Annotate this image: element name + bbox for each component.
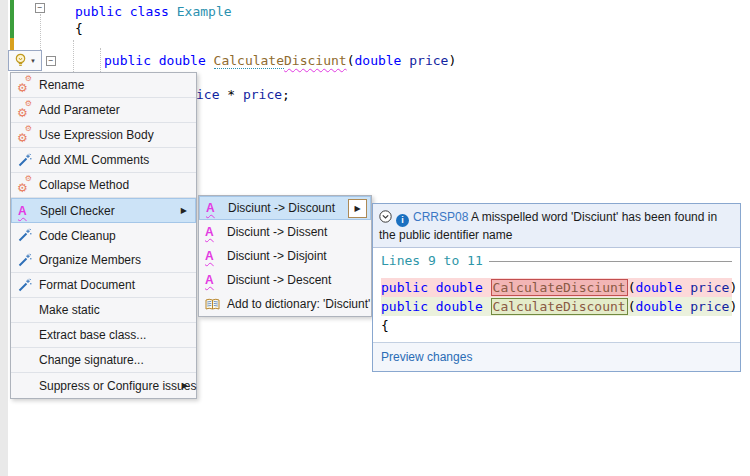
menu-item-label: Suppress or Configure issues [39,379,196,393]
menu-item-label: Organize Members [39,253,141,267]
outline-guide [40,14,41,50]
menu-item-label: Make static [39,303,100,317]
menu-item-spell-checker[interactable]: A Spell Checker ▶ [11,198,196,223]
paren-token: ) [448,53,456,68]
class-name-token: Example [177,4,232,19]
expander-button[interactable]: ▶ [348,199,367,218]
keyword-tokens: public class [75,4,177,19]
menu-item-make-static[interactable]: Make static [11,298,196,323]
submenu-item-label: Disciunt -> Descent [227,273,331,287]
menu-item-extract-base-class[interactable]: Extract base class... [11,323,196,348]
preview-footer: Preview changes [373,342,740,371]
lines-range-label: Lines 9 to 11 [381,253,483,268]
diff-added-line: public double CalculateDiscount(double p… [381,297,732,316]
spell-check-icon: A [205,249,214,263]
submenu-item-label: Disciunt -> Dissent [227,225,327,239]
menu-item-label: Add Parameter [39,103,120,117]
paren-token: ) [729,280,737,295]
menu-item-change-signature[interactable]: Change signature... [11,348,196,373]
paren-token: ) [729,299,737,314]
wand-icon [17,228,32,243]
collapse-chevron-icon[interactable] [379,210,392,223]
menu-item-label: Code Cleanup [39,229,116,243]
menu-item-code-cleanup[interactable]: Code Cleanup [11,223,196,248]
submenu-item-dissent[interactable]: A Disciunt -> Dissent [199,220,371,244]
menu-item-label: Format Document [39,278,135,292]
wand-icon [17,253,32,268]
menu-item-label: Rename [39,78,84,92]
fold-box-method[interactable]: − [46,56,56,66]
issue-preview-panel: iCRRSP08 A misspelled word 'Disciunt' ha… [372,203,741,372]
spell-check-icon: A [205,225,214,239]
param-token: price [409,53,448,68]
menu-item-label: Add XML Comments [39,153,149,167]
keyword-tokens: public double [104,53,214,68]
preview-body: Lines 9 to 11 public double CalculateDis… [373,248,740,342]
divider-rule [489,261,732,262]
code-line-method-decl: public double CalculateDisciunt(double p… [104,53,456,68]
misspelled-token: Disciunt [284,53,347,68]
change-bar-saved [10,0,14,38]
issue-header: iCRRSP08 A misspelled word 'Disciunt' ha… [373,204,740,248]
removed-identifier: CalculateDisciunt [491,279,628,296]
menu-item-format-document[interactable]: Format Document [11,273,196,298]
submenu-arrow-icon: ▶ [182,381,188,390]
identifier-token: ice [196,87,219,102]
submenu-item-discount[interactable]: A Disciunt -> Discount ▶ [199,196,371,220]
lightbulb-button[interactable]: ▼ [8,50,42,71]
identifier-token: price [243,87,282,102]
menu-item-add-xml-comments[interactable]: Add XML Comments [11,148,196,173]
submenu-arrow-icon: ▶ [181,206,187,215]
menu-item-add-parameter[interactable]: ⚙⚙ Add Parameter [11,98,196,123]
diff-brace-line: { [381,316,732,335]
menu-item-label: Spell Checker [40,204,115,218]
menu-item-label: Use Expression Body [39,128,154,142]
menu-item-label: Collapse Method [39,178,129,192]
indent-guide [100,48,101,72]
info-icon: i [396,214,409,227]
menu-item-use-expression-body[interactable]: ⚙⚙ Use Expression Body [11,123,196,148]
code-line-open-brace: { [75,21,83,36]
submenu-item-add-to-dictionary[interactable]: Add to dictionary: 'Disciunt' [199,292,371,316]
menu-item-collapse-method[interactable]: ⚙⚙ Collapse Method [11,173,196,198]
dictionary-book-icon [205,298,220,311]
vs-editor-screenshot: − − public class Example { public double… [0,0,750,476]
gear-icon: ⚙⚙ [17,127,33,143]
keyword-tokens: public double [381,280,491,295]
keyword-tokens: double [354,53,409,68]
wand-icon [17,278,32,293]
submenu-item-descent[interactable]: A Disciunt -> Descent [199,268,371,292]
code-line-class-decl: public class Example [75,4,232,19]
code-line-return-fragment: ice * price; [196,87,290,102]
keyword-tokens: double [635,299,690,314]
gear-icon: ⚙⚙ [17,177,33,193]
menu-item-rename[interactable]: ⚙⚙ Rename [11,73,196,98]
menu-item-label: Extract base class... [39,328,146,342]
indent-guide [73,40,74,72]
param-token: price [690,299,729,314]
menu-item-suppress-or-configure[interactable]: Suppress or Configure issues ▶ [11,373,196,398]
dropdown-caret-icon: ▼ [30,58,36,64]
spell-check-icon: A [18,204,27,218]
diff-removed-line: public double CalculateDisciunt(double p… [381,278,732,297]
method-name-token: Calculate [214,53,284,69]
submenu-item-disjoint[interactable]: A Disciunt -> Disjoint [199,244,371,268]
menu-item-organize-members[interactable]: Organize Members [11,248,196,273]
context-menu: ⚙⚙ Rename ⚙⚙ Add Parameter ⚙⚙ Use Expres… [10,72,197,399]
spell-checker-submenu: A Disciunt -> Discount ▶ A Disciunt -> D… [198,195,372,317]
submenu-item-label: Disciunt -> Discount [228,201,335,215]
wand-icon [17,153,32,168]
fold-box-class[interactable]: − [35,3,45,13]
editor-margin [0,0,8,476]
submenu-item-label: Disciunt -> Disjoint [227,249,327,263]
preview-changes-link[interactable]: Preview changes [381,350,472,364]
gear-icon: ⚙⚙ [17,77,33,93]
spell-check-icon: A [206,201,215,215]
rule-code-link[interactable]: CRRSP08 [413,210,468,224]
gear-icon: ⚙⚙ [17,102,33,118]
submenu-item-label: Add to dictionary: 'Disciunt' [227,297,370,311]
operator-token: * [219,87,242,102]
menu-item-label: Change signature... [39,353,144,367]
param-token: price [690,280,729,295]
keyword-tokens: public double [381,299,491,314]
